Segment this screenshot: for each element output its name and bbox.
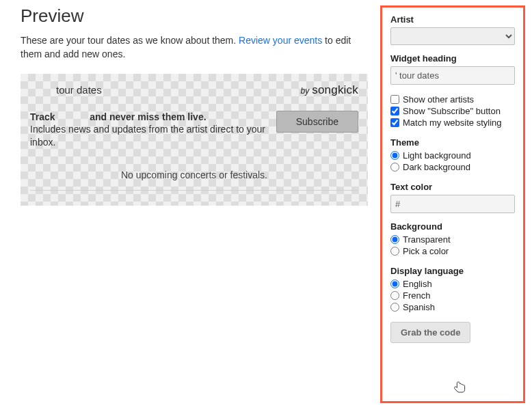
subscribe-row: Track and never miss them live. Includes… — [30, 107, 358, 158]
artist-label: Artist — [390, 14, 515, 25]
widget-title: tour dates — [30, 84, 102, 96]
lang-es-label: Spanish — [403, 302, 435, 312]
bg-pick-radio[interactable] — [390, 247, 399, 256]
bg-transparent-label: Transparent — [403, 234, 451, 245]
show-other-artists-row[interactable]: Show other artists — [390, 94, 515, 105]
show-subscribe-row[interactable]: Show "Subscribe" button — [390, 106, 515, 116]
language-label: Display language — [390, 266, 515, 276]
widget-heading-label: Widget heading — [390, 53, 515, 64]
widget-header: tour dates by songkick — [30, 81, 358, 107]
widget-preview: tour dates by songkick Track and never m… — [21, 74, 368, 206]
language-field: Display language English French Spanish — [390, 266, 515, 314]
lang-en-label: English — [403, 279, 432, 289]
lang-fr-row[interactable]: French — [390, 290, 515, 301]
bg-pick-label: Pick a color — [403, 246, 449, 256]
theme-light-label: Light background — [403, 150, 471, 161]
songkick-logo: songkick — [312, 83, 358, 97]
text-color-label: Text color — [390, 182, 515, 192]
artist-field: Artist — [390, 14, 515, 45]
no-events-text: No upcoming concerts or festivals. — [30, 157, 358, 186]
preview-desc-before: These are your tour dates as we know abo… — [21, 35, 239, 46]
theme-dark-label: Dark background — [403, 162, 470, 172]
subscribe-button[interactable]: Subscribe — [276, 111, 358, 133]
review-events-link[interactable]: Review your events — [239, 35, 322, 46]
match-styling-label: Match my website styling — [403, 118, 502, 128]
match-styling-row[interactable]: Match my website styling — [390, 118, 515, 128]
bg-pick-row[interactable]: Pick a color — [390, 246, 515, 256]
text-color-field: Text color — [390, 182, 515, 213]
lang-es-radio[interactable] — [390, 303, 399, 312]
lang-en-radio[interactable] — [390, 279, 399, 288]
widget-heading-input[interactable] — [390, 66, 515, 85]
match-styling-checkbox[interactable] — [390, 118, 399, 127]
bg-transparent-row[interactable]: Transparent — [390, 234, 515, 245]
preview-description: These are your tour dates as we know abo… — [21, 33, 368, 62]
lang-es-row[interactable]: Spanish — [390, 302, 515, 312]
theme-label: Theme — [390, 137, 515, 148]
show-subscribe-label: Show "Subscribe" button — [403, 106, 501, 116]
background-label: Background — [390, 221, 515, 232]
bg-transparent-radio[interactable] — [390, 235, 399, 244]
preview-title: Preview — [21, 5, 368, 27]
theme-field: Theme Light background Dark background — [390, 137, 515, 174]
theme-light-row[interactable]: Light background — [390, 150, 515, 161]
theme-dark-radio[interactable] — [390, 163, 399, 172]
track-suffix: and never miss them live. — [90, 111, 206, 122]
songkick-attribution: by songkick — [301, 83, 358, 97]
artist-select[interactable] — [390, 27, 515, 45]
pointer-cursor-icon — [454, 381, 466, 398]
preview-panel: Preview These are your tour dates as we … — [21, 5, 368, 403]
track-prefix: Track — [30, 111, 55, 122]
lang-fr-radio[interactable] — [390, 291, 399, 300]
show-subscribe-checkbox[interactable] — [390, 107, 399, 115]
lang-en-row[interactable]: English — [390, 279, 515, 289]
track-subtext: Includes news and updates from the artis… — [30, 124, 265, 148]
text-color-input[interactable] — [390, 195, 515, 213]
divider — [30, 190, 358, 191]
widget-heading-field: Widget heading — [390, 53, 515, 85]
checkbox-group: Show other artists Show "Subscribe" butt… — [390, 93, 515, 129]
grab-code-button[interactable]: Grab the code — [390, 322, 470, 343]
by-prefix: by — [301, 86, 310, 96]
show-other-artists-label: Show other artists — [403, 94, 474, 105]
theme-light-radio[interactable] — [390, 151, 399, 160]
lang-fr-label: French — [403, 290, 430, 301]
subscribe-text: Track and never miss them live. Includes… — [30, 111, 268, 150]
show-other-artists-checkbox[interactable] — [390, 95, 399, 104]
settings-panel: Artist Widget heading Show other artists… — [380, 5, 525, 403]
theme-dark-row[interactable]: Dark background — [390, 162, 515, 172]
background-field: Background Transparent Pick a color — [390, 221, 515, 258]
